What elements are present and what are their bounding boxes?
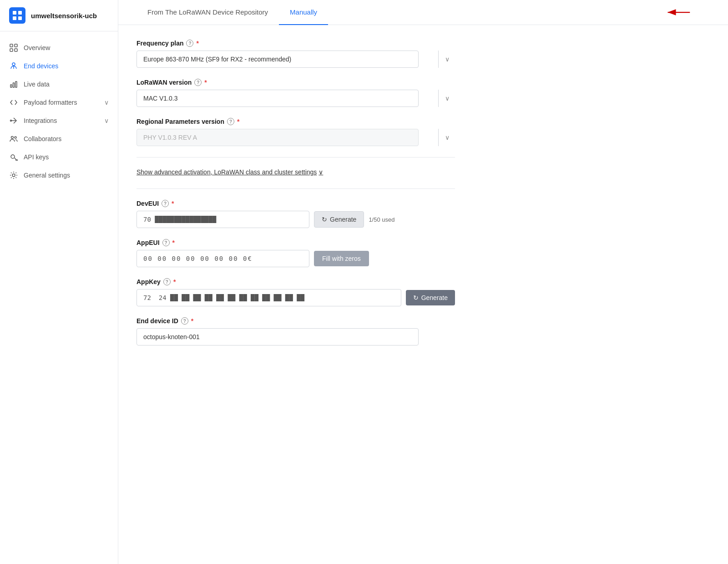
sidebar-item-api-keys[interactable]: API keys	[0, 148, 118, 166]
appkey-group: AppKey ? * Generate	[136, 278, 455, 306]
deveui-input-row: Generate 1/50 used	[136, 211, 455, 228]
svg-point-20	[12, 174, 15, 177]
sidebar-item-payload-formatters[interactable]: Payload formatters ∨	[0, 93, 118, 112]
svg-rect-12	[15, 81, 17, 87]
regional-params-select-wrapper: PHY V1.0.3 REV A ∨	[136, 129, 455, 146]
arrow-indicator	[664, 5, 692, 19]
svg-rect-7	[15, 49, 17, 51]
chevron-select-icon-3: ∨	[445, 134, 450, 141]
devices-icon	[9, 61, 18, 71]
chart-icon	[9, 80, 18, 89]
lorawan-version-select[interactable]: MAC V1.0.3	[136, 90, 419, 107]
gear-icon	[9, 171, 18, 180]
divider	[136, 157, 455, 158]
divider-2	[136, 188, 455, 189]
svg-rect-4	[10, 44, 13, 47]
sidebar-item-label-end-devices: End devices	[24, 62, 109, 70]
deveui-label: DevEUI ? *	[136, 200, 455, 207]
sidebar-item-live-data[interactable]: Live data	[0, 75, 118, 93]
appeui-input-row: Fill with zeros	[136, 250, 455, 267]
end-device-id-label: End device ID ? *	[136, 317, 455, 325]
sidebar-item-integrations[interactable]: Integrations ∨	[0, 112, 118, 130]
chevron-select-icon-2: ∨	[445, 95, 450, 102]
end-device-id-help-icon[interactable]: ?	[181, 317, 188, 325]
appkey-input-row: Generate	[136, 289, 455, 306]
refresh-icon	[322, 216, 327, 223]
frequency-plan-select-wrapper: Europe 863-870 MHz (SF9 for RX2 - recomm…	[136, 51, 455, 68]
main-content: From The LoRaWAN Device Repository Manua…	[118, 0, 728, 564]
sidebar-header: umweltsensorik-ucb	[0, 0, 118, 31]
sidebar-item-label-live-data: Live data	[24, 81, 109, 88]
lorawan-version-select-wrapper: MAC V1.0.3 ∨	[136, 90, 455, 107]
lorawan-version-label: LoRaWAN version ? *	[136, 79, 455, 86]
sidebar-item-label-api-keys: API keys	[24, 153, 109, 161]
sidebar: umweltsensorik-ucb Overview	[0, 0, 118, 564]
users-icon	[9, 134, 18, 143]
select-divider	[438, 51, 439, 68]
end-device-id-input[interactable]	[136, 328, 419, 346]
svg-rect-3	[18, 16, 22, 20]
regional-params-help-icon[interactable]: ?	[227, 118, 234, 125]
lorawan-version-help-icon[interactable]: ?	[194, 79, 202, 86]
advanced-settings-link[interactable]: Show advanced activation, LoRaWAN class …	[136, 168, 455, 176]
deveui-input[interactable]	[136, 211, 309, 228]
sidebar-item-label-general-settings: General settings	[24, 172, 109, 179]
form-area: Frequency plan ? * Europe 863-870 MHz (S…	[118, 25, 473, 371]
key-icon	[9, 152, 18, 162]
select-divider-3	[438, 129, 439, 146]
frequency-plan-help-icon[interactable]: ?	[186, 40, 193, 47]
sidebar-item-label-collaborators: Collaborators	[24, 135, 109, 142]
frequency-plan-label: Frequency plan ? *	[136, 40, 455, 47]
svg-rect-11	[13, 83, 15, 87]
deveui-help-icon[interactable]: ?	[162, 200, 169, 207]
tab-manually[interactable]: Manually	[279, 0, 328, 25]
sidebar-item-label-integrations: Integrations	[24, 117, 99, 124]
lorawan-version-group: LoRaWAN version ? * MAC V1.0.3 ∨	[136, 79, 455, 107]
svg-rect-10	[10, 85, 12, 87]
svg-point-14	[11, 137, 14, 139]
sidebar-item-label-overview: Overview	[24, 44, 109, 51]
appkey-input[interactable]	[136, 289, 401, 306]
refresh-icon-appkey	[413, 294, 419, 301]
chevron-select-icon: ∨	[445, 56, 450, 63]
svg-rect-1	[18, 11, 22, 15]
chevron-down-icon: ∨	[104, 99, 109, 106]
appkey-label: AppKey ? *	[136, 278, 455, 285]
select-divider-2	[438, 90, 439, 107]
chevron-down-icon-2: ∨	[104, 117, 109, 124]
regional-params-select[interactable]: PHY V1.0.3 REV A	[136, 129, 419, 146]
sidebar-item-general-settings[interactable]: General settings	[0, 166, 118, 184]
appeui-help-icon[interactable]: ?	[162, 239, 170, 246]
app-logo	[9, 7, 25, 24]
appeui-group: AppEUI ? * Fill with zeros	[136, 239, 455, 267]
svg-point-16	[11, 155, 15, 158]
svg-rect-5	[15, 44, 17, 47]
fill-zeros-button[interactable]: Fill with zeros	[314, 251, 369, 266]
grid-icon	[9, 43, 18, 52]
svg-rect-6	[10, 49, 13, 51]
integration-icon	[9, 116, 18, 125]
appkey-generate-button[interactable]: Generate	[406, 290, 455, 305]
svg-point-15	[15, 137, 16, 138]
frequency-plan-select[interactable]: Europe 863-870 MHz (SF9 for RX2 - recomm…	[136, 51, 419, 68]
sidebar-item-collaborators[interactable]: Collaborators	[0, 130, 118, 148]
appeui-label: AppEUI ? *	[136, 239, 455, 246]
usage-text: 1/50 used	[369, 216, 394, 223]
regional-params-group: Regional Parameters version ? * PHY V1.0…	[136, 118, 455, 146]
appkey-help-icon[interactable]: ?	[163, 278, 171, 285]
svg-point-8	[12, 63, 15, 66]
code-icon	[9, 98, 18, 107]
tabs-header: From The LoRaWAN Device Repository Manua…	[118, 0, 728, 25]
frequency-plan-group: Frequency plan ? * Europe 863-870 MHz (S…	[136, 40, 455, 68]
sidebar-item-overview[interactable]: Overview	[0, 39, 118, 57]
sidebar-nav: Overview End devices Live	[0, 31, 118, 192]
svg-rect-2	[13, 16, 16, 20]
sidebar-item-label-payload-formatters: Payload formatters	[24, 99, 99, 106]
regional-params-label: Regional Parameters version ? *	[136, 118, 455, 125]
sidebar-item-end-devices[interactable]: End devices	[0, 57, 118, 75]
appeui-input[interactable]	[136, 250, 309, 267]
end-device-id-group: End device ID ? *	[136, 317, 455, 346]
deveui-generate-button[interactable]: Generate	[314, 211, 364, 228]
chevron-down-icon-advanced: ∨	[318, 168, 323, 176]
tab-repository[interactable]: From The LoRaWAN Device Repository	[136, 0, 279, 25]
